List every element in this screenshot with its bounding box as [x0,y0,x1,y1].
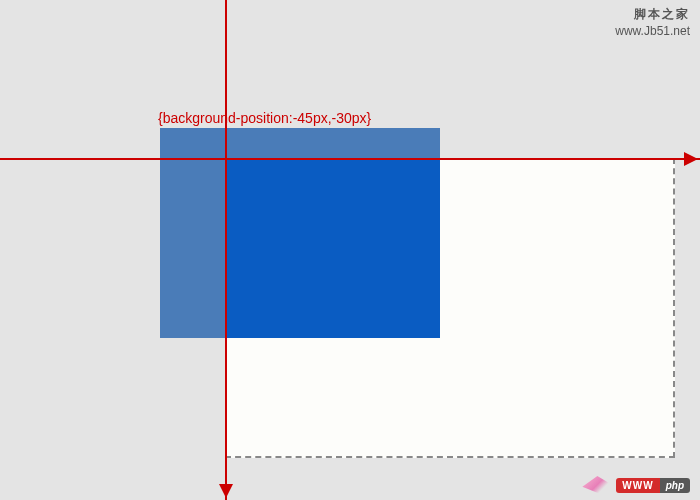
badge-left: WWW [616,478,659,493]
visible-portion [225,158,440,338]
x-axis-arrow-icon [684,152,698,166]
footer-badge: WWW php [582,476,690,494]
watermark-top: 脚本之家 www.Jb51.net [615,6,690,40]
y-axis-line [225,0,227,500]
position-label: {background-position:-45px,-30px} [158,110,371,126]
site-url: www.Jb51.net [615,23,690,40]
x-axis-line [0,158,700,160]
php-badge: WWW php [616,478,690,493]
y-axis-arrow-icon [219,484,233,498]
site-name-cn: 脚本之家 [615,6,690,23]
wing-icon [582,476,612,494]
badge-right: php [660,478,690,493]
